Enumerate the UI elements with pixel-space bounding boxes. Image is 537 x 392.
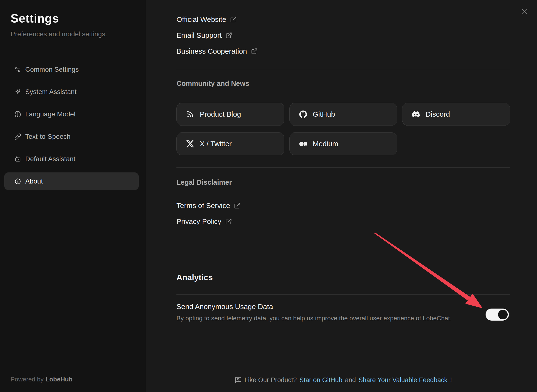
x-twitter-icon [186, 140, 194, 148]
contact-links: Official Website Email Support Business … [176, 12, 510, 59]
usage-data-label: Send Anonymous Usage Data [176, 303, 510, 311]
sidebar-nav: Common Settings System Assistant Languag… [4, 61, 142, 195]
link-label[interactable]: Official Website [176, 15, 226, 24]
usage-data-description: By opting to send telemetry data, you ca… [176, 315, 510, 322]
link-label[interactable]: Privacy Policy [176, 217, 221, 226]
sidebar-item-common-settings[interactable]: Common Settings [4, 61, 139, 78]
sidebar-item-language-model[interactable]: Language Model [4, 105, 139, 123]
sparkles-icon [14, 89, 21, 95]
contact-us-heading: Contact Us [176, 0, 510, 1]
sidebar-item-label: System Assistant [25, 88, 76, 96]
link-star-on-github[interactable]: Star on GitHub [300, 376, 343, 384]
community-button-product-blog[interactable]: Product Blog [176, 103, 284, 126]
sliders-icon [14, 66, 21, 73]
button-label: GitHub [313, 110, 335, 118]
divider [176, 69, 510, 69]
link-share-feedback[interactable]: Share Your Valuable Feedback [358, 376, 447, 384]
external-link-icon [251, 48, 258, 55]
community-heading: Community and News [176, 80, 510, 88]
medium-icon [299, 140, 307, 148]
link-label[interactable]: Terms of Service [176, 202, 230, 210]
sidebar-item-about[interactable]: About [4, 172, 139, 190]
link-privacy-policy[interactable]: Privacy Policy [176, 214, 510, 229]
community-button-github[interactable]: GitHub [289, 103, 397, 126]
sidebar-item-label: About [25, 177, 43, 185]
settings-sidebar: Settings Preferences and model settings.… [0, 0, 146, 392]
link-terms-of-service[interactable]: Terms of Service [176, 198, 510, 214]
button-label: Discord [425, 110, 450, 118]
community-buttons: Product Blog GitHub Discord X / Twitter … [176, 103, 510, 155]
community-button-discord[interactable]: Discord [402, 103, 510, 126]
toggle-knob [498, 310, 508, 319]
link-email-support[interactable]: Email Support [176, 27, 510, 43]
sidebar-item-label: Default Assistant [25, 155, 75, 163]
footer-text: Like Our Product? [244, 376, 297, 384]
close-icon[interactable] [519, 6, 530, 17]
button-label: Product Blog [200, 110, 241, 118]
brain-icon [14, 111, 21, 118]
usage-data-toggle[interactable] [486, 309, 509, 321]
about-panel: Contact Us Official Website Email Suppor… [146, 0, 537, 392]
bot-icon [14, 156, 21, 162]
community-button-x-twitter[interactable]: X / Twitter [176, 132, 284, 155]
sidebar-item-default-assistant[interactable]: Default Assistant [4, 150, 139, 168]
rss-icon [186, 110, 194, 118]
sidebar-item-system-assistant[interactable]: System Assistant [4, 83, 139, 101]
page-subtitle: Preferences and model settings. [11, 30, 107, 38]
sidebar-item-label: Text-to-Speech [25, 133, 70, 140]
external-link-icon [225, 218, 232, 225]
external-link-icon [234, 202, 241, 209]
link-label[interactable]: Business Cooperation [176, 47, 247, 55]
discord-icon [412, 110, 420, 118]
link-official-website[interactable]: Official Website [176, 12, 510, 27]
powered-by: Powered byLobeHub [11, 376, 73, 383]
brand-logo[interactable]: LobeHub [45, 376, 73, 383]
footer-text: ! [450, 376, 452, 384]
legal-heading: Legal Disclaimer [176, 178, 510, 186]
divider [176, 167, 510, 168]
link-business-cooperation[interactable]: Business Cooperation [176, 43, 510, 59]
sidebar-item-label: Language Model [25, 110, 75, 118]
legal-links: Terms of Service Privacy Policy [176, 198, 510, 229]
external-link-icon [230, 16, 237, 23]
link-label[interactable]: Email Support [176, 31, 222, 39]
page-footer: Like Our Product? Star on GitHub and Sha… [176, 375, 510, 385]
github-icon [299, 110, 307, 118]
microphone-icon [14, 133, 21, 140]
analytics-heading: Analytics [176, 273, 510, 282]
feedback-bubble-icon [235, 376, 242, 384]
community-button-medium[interactable]: Medium [289, 132, 397, 155]
divider [176, 294, 510, 295]
button-label: X / Twitter [200, 140, 232, 148]
powered-by-text: Powered by [11, 376, 44, 383]
external-link-icon [225, 32, 232, 39]
button-label: Medium [313, 140, 338, 148]
sidebar-item-label: Common Settings [25, 66, 79, 73]
page-title: Settings [11, 12, 59, 25]
info-icon [14, 178, 21, 185]
sidebar-item-text-to-speech[interactable]: Text-to-Speech [4, 128, 139, 145]
footer-text: and [345, 376, 356, 384]
